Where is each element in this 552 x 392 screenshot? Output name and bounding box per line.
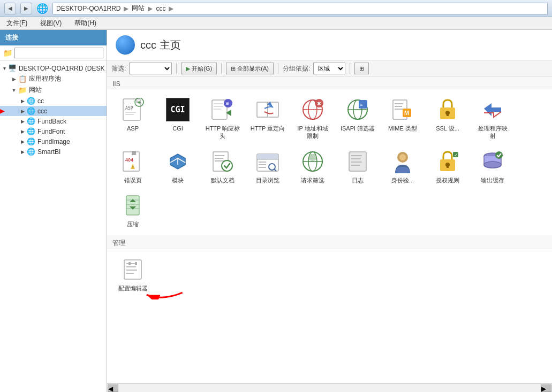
svg-point-70 — [484, 162, 501, 168]
tree-item-apppool[interactable]: ▶ 📋 应用程序池 — [0, 73, 107, 84]
address-bar[interactable]: DESKTOP-QOA1RRD ▶ 网站 ▶ ccc ▶ — [52, 3, 548, 14]
tree-item-fundback[interactable]: ▶ 🌐 FundBack — [0, 116, 107, 126]
config-editor-icon-item[interactable]: 配置编辑器 — [111, 253, 154, 295]
error-page-icon-item[interactable]: 404 ! 错误页 — [111, 145, 154, 187]
svg-text:ASP: ASP — [125, 106, 133, 111]
isapi-label: ISAPI 筛选器 — [341, 125, 375, 132]
tree-label-cc: cc — [37, 97, 44, 105]
svg-rect-41 — [215, 155, 224, 156]
tree-item-ccc[interactable]: ▶ 🌐 ccc — [0, 106, 107, 116]
default-doc-icon-item[interactable]: 默认文档 — [201, 145, 244, 187]
isapi-icon-item[interactable]: ≡ ISAPI 筛选器 — [336, 94, 379, 143]
group-by-select[interactable]: 区域 — [313, 63, 345, 74]
svg-rect-14 — [268, 102, 278, 117]
tree-label-fundimage: FundImage — [37, 138, 70, 145]
ssl-icon-item[interactable]: SSL 设... — [426, 94, 469, 143]
request-filter-icon-item[interactable]: 请求筛选 — [291, 145, 334, 187]
output-cache-icon-item[interactable]: 输出缓存 — [471, 145, 514, 187]
globe-fundback-icon: 🌐 — [27, 117, 35, 125]
authz-icon: ✓ — [435, 149, 460, 174]
ip-domain-icon: ✖ — [300, 97, 326, 122]
handler-icon-item[interactable]: 处理程序映射 — [471, 94, 514, 143]
svg-rect-3 — [125, 112, 136, 113]
sidebar-header: 连接 — [0, 30, 107, 45]
svg-rect-66 — [447, 165, 449, 168]
menu-file[interactable]: 文件(F) — [4, 18, 29, 29]
svg-rect-8 — [214, 103, 223, 104]
breadcrumb-sites: 网站 — [132, 4, 145, 13]
menu-help[interactable]: 帮助(H) — [72, 18, 99, 29]
scroll-left-btn[interactable]: ◀ — [108, 385, 118, 392]
dir-browse-icon-item[interactable]: 目录浏览 — [246, 145, 289, 187]
logging-label: 日志 — [352, 176, 364, 184]
menu-view[interactable]: 视图(V) — [38, 18, 64, 29]
asp-icon-item[interactable]: ASP ✦ ASP — [111, 94, 154, 143]
modules-icon-item[interactable]: 模块 — [156, 145, 199, 187]
back-button[interactable]: ◀ — [4, 3, 16, 14]
tree-item-root[interactable]: ▼ 🖥️ DESKTOP-QOA1RRD (DESK — [0, 63, 107, 73]
tree-item-fundimage[interactable]: ▶ 🌐 FundImage — [0, 136, 107, 147]
ip-domain-icon-item[interactable]: ✖ IP 地址和域限制 — [291, 94, 334, 143]
tree-label-apppool: 应用程序池 — [29, 74, 61, 83]
tree-item-fundfont[interactable]: ▶ 🌐 FundFont — [0, 126, 107, 136]
scroll-right-btn[interactable]: ▶ — [541, 385, 551, 392]
tree-label-ccc: ccc — [37, 107, 47, 115]
apppool-icon: 📋 — [18, 75, 27, 83]
toolbar-separator-1 — [176, 63, 177, 74]
compress-icon-item[interactable]: 压缩 — [111, 189, 154, 231]
content-header: ccc 主页 — [107, 30, 552, 60]
start-button[interactable]: ▶ 开始(G) — [181, 63, 217, 74]
folder-icon: 📁 — [3, 49, 12, 57]
tree-item-cc[interactable]: ▶ 🌐 cc — [0, 96, 107, 106]
svg-rect-4 — [125, 114, 134, 115]
server-icon: 🖥️ — [8, 64, 17, 72]
authz-icon-item[interactable]: ✓ 授权规则 — [426, 145, 469, 187]
svg-rect-81 — [128, 262, 131, 265]
tree: ▼ 🖥️ DESKTOP-QOA1RRD (DESK ▶ 📋 应用程序池 ▼ 📁… — [0, 61, 107, 392]
logging-icon-item[interactable]: 日志 — [336, 145, 379, 187]
globe-smartbi-icon: 🌐 — [27, 148, 35, 156]
auth-icon — [390, 149, 415, 174]
isapi-icon: ≡ — [345, 97, 370, 122]
sep3: ▶ — [169, 5, 173, 12]
expand-arrow-apppool: ▶ — [11, 76, 17, 82]
forward-button[interactable]: ▶ — [20, 3, 32, 14]
error-page-label: 错误页 — [124, 176, 142, 184]
breadcrumb-ccc: ccc — [156, 5, 165, 12]
globe-cc-icon: 🌐 — [27, 97, 35, 105]
globe-ccc-icon: 🌐 — [27, 107, 35, 115]
expand-arrow-ccc: ▶ — [19, 109, 26, 114]
content-body: IIS ASP ✦ ASP — [107, 77, 552, 383]
handler-icon — [480, 97, 505, 122]
compress-icon — [120, 193, 146, 218]
view-toggle-button[interactable]: ⊞ — [354, 63, 369, 74]
manage-icons-grid: 配置编辑器 — [107, 249, 552, 299]
svg-rect-60 — [351, 162, 362, 163]
show-all-button[interactable]: ⊞ 全部显示(A) — [226, 63, 274, 74]
config-editor-icon — [120, 257, 146, 282]
sep1: ▶ — [124, 5, 128, 12]
toolbar-separator-3 — [278, 63, 278, 74]
ssl-icon — [435, 97, 460, 122]
main-layout: 连接 📁 ▼ 🖥️ DESKTOP-QOA1RRD (DESK ▶ 📋 应用程序… — [0, 30, 552, 392]
expand-arrow-fundback: ▶ — [19, 119, 26, 124]
sidebar-search-input[interactable] — [14, 48, 103, 58]
http-response-icon-item[interactable]: ≡ HTTP 响应标头 — [201, 94, 244, 143]
svg-rect-80 — [126, 273, 134, 274]
http-redirect-label: HTTP 重定向 — [251, 125, 285, 132]
filter-select[interactable] — [129, 63, 172, 74]
output-cache-icon — [480, 149, 505, 174]
tree-item-sites[interactable]: ▼ 📁 网站 — [0, 84, 107, 96]
asp-icon: ASP ✦ — [120, 97, 146, 122]
svg-rect-34 — [447, 113, 449, 116]
title-bar: ◀ ▶ 🌐 DESKTOP-QOA1RRD ▶ 网站 ▶ ccc ▶ — [0, 0, 552, 17]
svg-rect-43 — [215, 160, 224, 162]
cgi-icon-item[interactable]: CGI CGI — [156, 94, 199, 143]
http-redirect-icon-item[interactable]: HTTP 重定向 — [246, 94, 289, 143]
cgi-icon: CGI — [165, 97, 191, 122]
content-area: ccc 主页 筛选: ▶ 开始(G) ⊞ 全部显示(A) 分组依据: 区域 — [107, 30, 552, 392]
auth-icon-item[interactable]: 身份验... — [381, 145, 424, 187]
tree-item-smartbi[interactable]: ▶ 🌐 SmartBI — [0, 147, 107, 157]
mime-icon-item[interactable]: M MIME 类型 — [381, 94, 424, 143]
scrollbar-bottom[interactable]: ◀ ▶ — [107, 383, 552, 392]
